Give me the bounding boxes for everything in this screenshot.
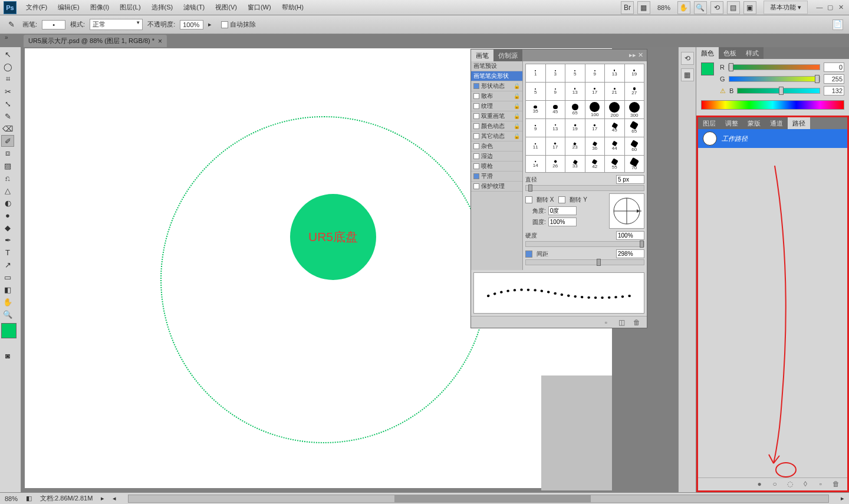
new-brush-icon[interactable]: ◫ xyxy=(616,318,627,328)
rotate-view-icon[interactable]: ⟲ xyxy=(710,1,723,14)
color-tab-样式[interactable]: 样式 xyxy=(741,47,764,59)
quick-mask-icon[interactable]: ◙ xyxy=(1,350,14,361)
path-to-selection-icon[interactable]: ◌ xyxy=(785,479,795,490)
panel-tab-路径[interactable]: 路径 xyxy=(788,117,810,129)
panel-tab-蒙版[interactable]: 蒙版 xyxy=(743,117,765,129)
menu-选择[interactable]: 选择(S) xyxy=(147,1,178,14)
brush-tip-300[interactable]: 300 xyxy=(625,101,644,118)
brush-tab-仿制源[interactable]: 仿制源 xyxy=(493,50,522,61)
brush-tip-19[interactable]: 19 xyxy=(565,119,585,137)
tool-0[interactable]: ↖ xyxy=(1,48,14,60)
tool-14[interactable]: ◆ xyxy=(1,222,14,233)
brush-opt-双重画笔[interactable]: 双重画笔🔒 xyxy=(471,111,522,121)
new-path-icon[interactable]: ▫ xyxy=(815,479,826,490)
screen-mode-icon[interactable]: ▦ xyxy=(637,1,650,14)
tool-12[interactable]: ◐ xyxy=(1,197,14,209)
tool-15[interactable]: ✒ xyxy=(1,234,14,246)
zoom-display[interactable]: 88% xyxy=(654,4,674,11)
brush-tip-21[interactable]: 21 xyxy=(605,83,624,100)
panel-tab-图层[interactable]: 图层 xyxy=(698,117,720,129)
tool-3[interactable]: ✂ xyxy=(1,85,14,97)
brush-tip-13[interactable]: 13 xyxy=(546,119,565,137)
brush-tip-19[interactable]: 19 xyxy=(625,64,644,82)
stroke-path-icon[interactable]: ○ xyxy=(769,479,780,490)
brush-tab-画笔[interactable]: 画笔 xyxy=(471,50,493,61)
menu-图层[interactable]: 图层(L) xyxy=(115,1,145,14)
brush-tip-36[interactable]: 36 xyxy=(585,137,605,155)
menu-视图[interactable]: 视图(V) xyxy=(210,1,242,14)
tool-11[interactable]: △ xyxy=(1,185,14,196)
brush-tip-13[interactable]: 13 xyxy=(605,64,624,82)
zoom-tool-icon[interactable]: 🔍 xyxy=(694,1,707,14)
hand-tool-icon[interactable]: ✋ xyxy=(677,1,690,14)
brush-opt-画笔预设[interactable]: 画笔预设 xyxy=(471,61,522,71)
brush-opt-湿边[interactable]: 湿边 xyxy=(471,151,522,162)
spacing-checkbox[interactable] xyxy=(525,251,532,258)
brush-opt-平滑[interactable]: 平滑 xyxy=(471,172,522,182)
brush-tip-17[interactable]: 17 xyxy=(546,137,565,155)
bridge-icon[interactable]: Br xyxy=(621,1,634,14)
history-dock-icon[interactable]: ⟲ xyxy=(681,52,694,65)
brush-tip-44[interactable]: 44 xyxy=(605,137,624,155)
document-tab[interactable]: UR5展示大厅.psd @ 88% (图层 1, RGB/8) * × xyxy=(24,35,167,47)
brush-opt-画笔笔尖形状[interactable]: 画笔笔尖形状 xyxy=(471,71,522,81)
maximize-button[interactable]: ▢ xyxy=(825,3,835,12)
menu-帮助[interactable]: 帮助(H) xyxy=(277,1,308,14)
panel-collapse-icon[interactable]: ▸▸ ✕ xyxy=(626,50,647,61)
scroll-left-icon[interactable]: ◂ xyxy=(113,495,116,502)
brush-tip-17[interactable]: 17 xyxy=(585,119,605,137)
close-button[interactable]: ✕ xyxy=(836,3,845,12)
brush-opt-喷枪[interactable]: 喷枪 xyxy=(471,162,522,172)
color-tab-色板[interactable]: 色板 xyxy=(719,47,741,59)
brush-tip-11[interactable]: 11 xyxy=(526,137,545,155)
g-slider[interactable] xyxy=(729,76,820,82)
brush-opt-保护纹理[interactable]: 保护纹理 xyxy=(471,182,522,192)
menu-文件[interactable]: 文件(F) xyxy=(21,1,52,14)
tool-18[interactable]: ▭ xyxy=(1,271,14,283)
spacing-input[interactable] xyxy=(616,249,644,258)
tool-8[interactable]: ⧈ xyxy=(1,147,14,159)
tool-17[interactable]: ↗ xyxy=(1,259,14,271)
panel-tab-调整[interactable]: 调整 xyxy=(720,117,743,129)
brush-opt-纹理[interactable]: 纹理🔒 xyxy=(471,101,522,111)
roundness-input[interactable] xyxy=(548,218,577,226)
tab-arrange-icon[interactable]: » xyxy=(5,34,8,41)
brush-tip-5[interactable]: 5 xyxy=(526,83,545,100)
brush-opt-其它动态[interactable]: 其它动态🔒 xyxy=(471,131,522,141)
menu-图像[interactable]: 图像(I) xyxy=(85,1,114,14)
tool-16[interactable]: T xyxy=(1,246,14,258)
tool-20[interactable]: ✋ xyxy=(1,296,14,308)
b-slider[interactable] xyxy=(737,88,820,94)
diameter-slider[interactable] xyxy=(525,185,644,191)
brush-tip-5[interactable]: 5 xyxy=(565,64,585,82)
tool-9[interactable]: ▨ xyxy=(1,160,14,172)
brush-tip-55[interactable]: 55 xyxy=(605,156,624,173)
menu-编辑[interactable]: 编辑(E) xyxy=(53,1,84,14)
mode-select[interactable]: 正常 xyxy=(90,19,143,30)
close-tab-icon[interactable]: × xyxy=(158,37,162,45)
color-tab-颜色[interactable]: 颜色 xyxy=(696,47,719,59)
brush-tip-26[interactable]: 26 xyxy=(546,156,565,173)
flip-x-checkbox[interactable] xyxy=(525,196,532,203)
tool-10[interactable]: ⎌ xyxy=(1,172,14,184)
brush-tip-33[interactable]: 33 xyxy=(565,156,585,173)
delete-path-icon[interactable]: 🗑 xyxy=(831,479,841,490)
angle-preview[interactable] xyxy=(609,193,644,229)
tool-1[interactable]: ◯ xyxy=(1,61,14,73)
brush-tip-35[interactable]: 35 xyxy=(526,101,545,118)
workspace-switcher[interactable]: 基本功能 ▾ xyxy=(764,1,808,14)
brush-tip-9[interactable]: 9 xyxy=(585,64,605,82)
tool-2[interactable]: ⌗ xyxy=(1,73,14,85)
work-path-item[interactable]: 工作路径 xyxy=(698,129,847,148)
brush-tip-65[interactable]: 65 xyxy=(565,101,585,118)
brush-tip-3[interactable]: 3 xyxy=(546,64,565,82)
fill-path-icon[interactable]: ● xyxy=(754,479,765,490)
tool-19[interactable]: ◧ xyxy=(1,284,14,295)
tool-5[interactable]: ✎ xyxy=(1,110,14,122)
doc-options-icon[interactable]: 📄 xyxy=(832,19,843,30)
opacity-input[interactable]: 100% xyxy=(180,20,203,29)
brush-opt-散布[interactable]: 散布🔒 xyxy=(471,91,522,101)
brush-opt-形状动态[interactable]: 形状动态🔒 xyxy=(471,81,522,91)
brush-tip-27[interactable]: 27 xyxy=(625,83,644,100)
selection-to-path-icon[interactable]: ◊ xyxy=(800,479,811,490)
